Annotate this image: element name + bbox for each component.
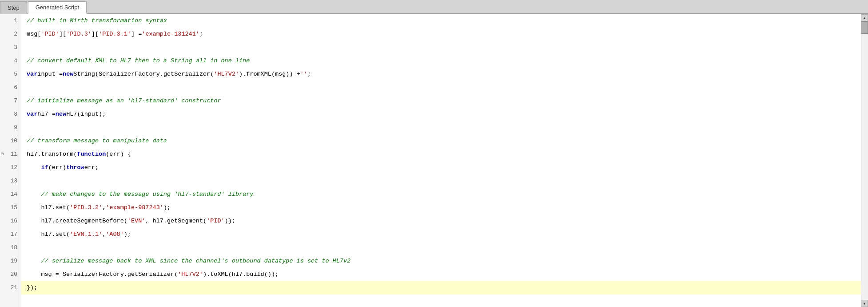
code-token: hl7.transform( <box>27 148 77 161</box>
code-line-20: msg = SerializerFactory.getSerializer('H… <box>21 268 868 281</box>
code-token: , hl7.getSegment( <box>145 214 207 228</box>
code-token: (err) { <box>106 148 131 161</box>
code-token: throw <box>66 161 84 174</box>
code-area: // built in Mirth transformation syntax … <box>21 14 868 307</box>
code-token: 'HL7V2' <box>178 268 203 281</box>
code-token: 'EVN' <box>127 214 146 228</box>
code-token: ).fromXML(msg)) + <box>239 68 300 81</box>
code-token: new <box>63 68 73 81</box>
tab-bar: Step Generated Script <box>0 0 868 14</box>
code-token: )); <box>225 214 235 228</box>
code-token: hl7.set( <box>27 228 70 241</box>
line-num-1: 1 <box>0 14 21 28</box>
code-token: 'example-131241' <box>142 28 199 41</box>
line-num-15: 15 <box>0 201 21 214</box>
code-line-5: var input = new String(SerializerFactory… <box>21 68 868 81</box>
code-token: ; <box>307 68 311 81</box>
code-line-16: hl7.createSegmentBefore('EVN', hl7.getSe… <box>21 214 868 228</box>
code-line-14: // make changes to the message using 'hl… <box>21 188 868 201</box>
line-num-14: 14 <box>0 188 21 201</box>
line-num-17: 17 <box>0 228 21 241</box>
code-token <box>27 268 41 281</box>
scrollbar-arrow-bottom[interactable]: ▼ <box>861 300 868 307</box>
code-token: 'PID' <box>207 214 225 228</box>
code-token <box>27 161 41 174</box>
code-token: var <box>27 68 37 81</box>
code-line-13 <box>21 174 868 188</box>
tab-generated-script[interactable]: Generated Script <box>28 1 87 14</box>
code-line-6 <box>21 81 868 94</box>
code-token: // serialize message back to XML since t… <box>41 254 350 268</box>
code-token: ); <box>163 201 171 214</box>
code-token: hl7.createSegmentBefore( <box>27 214 127 228</box>
line-num-3: 3 <box>0 41 21 54</box>
code-line-18 <box>21 241 868 254</box>
line-num-9: 9 <box>0 121 21 134</box>
code-token: function <box>77 148 106 161</box>
code-line-2: msg['PID']['PID.3']['PID.3.1'] = 'exampl… <box>21 28 868 41</box>
line-num-10: 10 <box>0 134 21 148</box>
tab-step[interactable]: Step <box>0 1 27 14</box>
code-token: if <box>41 161 48 174</box>
code-line-17: hl7.set('EVN.1.1', 'A08'); <box>21 228 868 241</box>
code-token: 'PID.3.1' <box>99 28 131 41</box>
code-token: 'PID.3.2' <box>70 201 102 214</box>
code-token: ; <box>199 28 203 41</box>
line-numbers: 1 2 3 4 5 6 7 8 9 10 ⊟ 11 12 13 14 15 16… <box>0 14 21 307</box>
line-num-16: 16 <box>0 214 21 228</box>
line-num-13: 13 <box>0 174 21 188</box>
code-token: hl7.set( <box>27 201 70 214</box>
code-token: ] = <box>131 28 142 41</box>
line-num-12: 12 <box>0 161 21 174</box>
tab-generated-script-label: Generated Script <box>36 4 79 11</box>
code-token: HL7(input); <box>66 108 106 121</box>
code-token: ).toXML(hl7.build()); <box>203 268 279 281</box>
code-token: ); <box>124 228 131 241</box>
code-line-7: // initialize message as an 'hl7-standar… <box>21 94 868 108</box>
code-token: // make changes to the message using 'hl… <box>41 188 253 201</box>
code-token: // built in Mirth transformation syntax <box>27 14 167 28</box>
code-token: input = <box>37 68 63 81</box>
code-token: , <box>102 201 106 214</box>
code-token: 'HL7V2' <box>214 68 239 81</box>
code-token: String(SerializerFactory.getSerializer( <box>73 68 214 81</box>
fold-icon-11[interactable]: ⊟ <box>1 148 4 161</box>
code-token: }); <box>27 281 37 295</box>
code-line-3 <box>21 41 868 54</box>
line-num-20: 20 <box>0 268 21 281</box>
code-token: 'A08' <box>106 228 124 241</box>
code-token: (err) <box>48 161 67 174</box>
code-token: , <box>102 228 106 241</box>
line-num-4: 4 <box>0 54 21 68</box>
line-num-5: 5 <box>0 68 21 81</box>
scrollbar-thumb[interactable] <box>861 21 868 34</box>
line-num-8: 8 <box>0 108 21 121</box>
code-line-11: hl7.transform(function (err) { <box>21 148 868 161</box>
code-token: // convert default XML to HL7 then to a … <box>27 54 250 68</box>
code-line-12: if (err) throw err; <box>21 161 868 174</box>
code-editor: 1 2 3 4 5 6 7 8 9 10 ⊟ 11 12 13 14 15 16… <box>0 14 868 307</box>
code-token: ][ <box>92 28 99 41</box>
code-line-1: // built in Mirth transformation syntax <box>21 14 868 28</box>
code-token: var <box>27 108 37 121</box>
code-token: 'PID.3' <box>66 28 92 41</box>
line-num-7: 7 <box>0 94 21 108</box>
scrollbar-track: ▲ ▼ <box>861 14 868 307</box>
code-token: 'example-987243' <box>106 201 163 214</box>
code-token: err; <box>84 161 99 174</box>
code-token: 'EVN.1.1' <box>70 228 102 241</box>
code-token: new <box>56 108 66 121</box>
code-line-9 <box>21 121 868 134</box>
code-token: msg = SerializerFactory.getSerializer( <box>41 268 178 281</box>
code-token: hl7 = <box>37 108 56 121</box>
code-line-8: var hl7 = new HL7(input); <box>21 108 868 121</box>
code-token <box>27 188 41 201</box>
code-line-19: // serialize message back to XML since t… <box>21 254 868 268</box>
code-token: ][ <box>59 28 66 41</box>
code-token <box>27 254 41 268</box>
scrollbar-arrow-top[interactable]: ▲ <box>861 14 868 21</box>
code-token: msg[ <box>27 28 41 41</box>
line-num-11: ⊟ 11 <box>0 148 21 161</box>
line-num-2: 2 <box>0 28 21 41</box>
code-line-10: // transform message to manipulate data <box>21 134 868 148</box>
